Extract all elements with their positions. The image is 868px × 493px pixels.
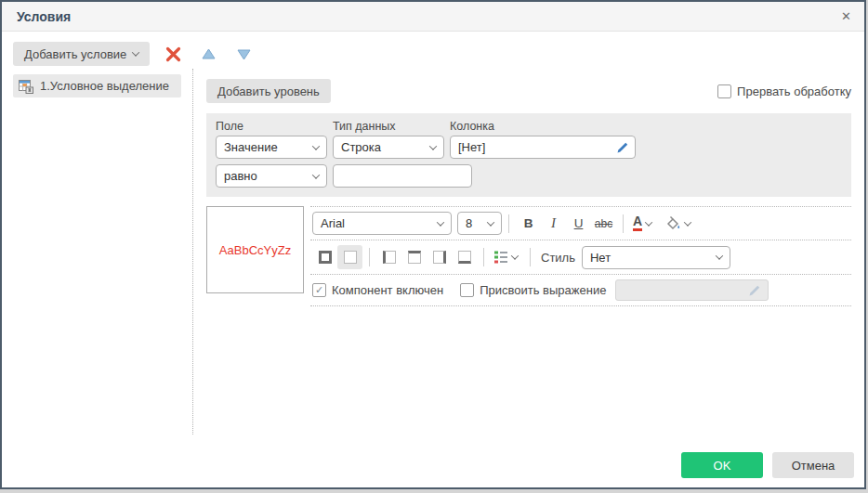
style-preview-text: AaBbCcYyZz [219, 243, 291, 257]
ok-button[interactable]: OK [681, 452, 763, 478]
font-toolbar: Arial 8 B I U abc [310, 206, 851, 240]
move-down-icon[interactable] [231, 42, 256, 66]
field-select-value: Значение [224, 140, 278, 154]
border-none-button[interactable] [337, 245, 362, 269]
title-bar: Условия ✕ [2, 2, 864, 32]
operator-select-value: равно [224, 169, 257, 183]
style-label: Стиль [541, 251, 575, 265]
border-bottom-button[interactable] [452, 245, 477, 269]
level-bar: Добавить уровень Прервать обработку [206, 78, 851, 104]
condition-form-row-2: равно [216, 164, 842, 188]
border-top-button[interactable] [401, 245, 427, 269]
condition-form: Поле Значение Тип данных Строка [206, 113, 851, 197]
font-size-select[interactable]: 8 [457, 212, 502, 235]
checkbox-unchecked-icon [717, 84, 731, 98]
separator [508, 214, 509, 233]
operator-select[interactable]: равно [216, 164, 327, 188]
style-editor: AaBbCcYyZz Arial 8 B [206, 206, 851, 306]
separator [483, 248, 484, 266]
chevron-down-icon [684, 218, 691, 226]
main-content: 1.Условное выделение Добавить уровень Пр… [2, 67, 864, 438]
chevron-down-icon [645, 218, 652, 226]
close-icon[interactable]: ✕ [841, 9, 851, 23]
add-level-label: Добавить уровень [217, 84, 320, 98]
underline-button[interactable]: U [566, 212, 591, 235]
add-condition-button[interactable]: Добавить условие [13, 42, 150, 66]
chevron-down-icon [716, 252, 723, 259]
checkbox-unchecked-icon [460, 283, 474, 297]
edit-pencil-icon[interactable] [616, 141, 629, 154]
line-style-button[interactable] [491, 250, 520, 265]
cancel-button[interactable]: Отмена [772, 452, 854, 478]
font-size-value: 8 [466, 216, 472, 230]
edit-pencil-icon [748, 284, 761, 297]
dialog-footer: OK Отмена [681, 452, 854, 478]
chevron-down-icon [132, 48, 139, 56]
condition-form-row-1: Поле Значение Тип данных Строка [216, 120, 842, 159]
column-label: Колонка [450, 120, 636, 133]
border-right-button[interactable] [427, 245, 452, 269]
chevron-down-icon [437, 218, 444, 226]
field-select[interactable]: Значение [216, 136, 327, 159]
conditions-dialog: Условия ✕ Добавить условие [0, 0, 866, 489]
chevron-down-icon [312, 142, 320, 149]
italic-button[interactable]: I [541, 212, 566, 235]
style-preview: AaBbCcYyZz [206, 206, 304, 293]
datatype-select[interactable]: Строка [333, 136, 444, 159]
separator [369, 248, 370, 266]
datatype-select-value: Строка [341, 140, 381, 154]
add-condition-label: Добавить условие [24, 47, 126, 61]
list-item[interactable]: 1.Условное выделение [13, 74, 181, 97]
conditional-highlight-icon [19, 79, 33, 94]
chevron-down-icon [511, 252, 519, 259]
break-processing-checkbox[interactable]: Прервать обработку [717, 84, 851, 98]
font-name-select[interactable]: Arial [312, 212, 452, 235]
font-name-value: Arial [321, 216, 345, 230]
chevron-down-icon [487, 218, 494, 226]
conditions-list: 1.Условное выделение [2, 67, 192, 438]
fill-color-button[interactable] [662, 215, 693, 231]
bold-button[interactable]: B [516, 212, 541, 235]
list-item-label: 1.Условное выделение [40, 79, 169, 93]
separator [530, 248, 531, 266]
component-options-row: ✓ Компонент включен Присвоить выражение [310, 274, 851, 306]
strikethrough-button[interactable]: abc [591, 212, 616, 235]
border-toolbar: Стиль Нет [310, 240, 851, 274]
level-editor: Добавить уровень Прервать обработку Поле… [193, 67, 864, 438]
fill-color-icon [664, 215, 681, 231]
component-enabled-label: Компонент включен [332, 283, 443, 297]
operand-input[interactable] [333, 164, 472, 188]
expression-input-disabled [615, 279, 769, 301]
datatype-label: Тип данных [333, 120, 444, 133]
toolbar: Добавить условие [2, 32, 864, 67]
add-level-button[interactable]: Добавить уровень [206, 79, 331, 103]
component-enabled-checkbox[interactable]: ✓ Компонент включен [312, 283, 443, 297]
dialog-title: Условия [17, 9, 71, 24]
assign-expression-label: Присвоить выражение [480, 283, 606, 297]
separator [623, 214, 624, 233]
checkbox-checked-icon: ✓ [312, 283, 326, 297]
chevron-down-icon [312, 171, 320, 178]
border-all-button[interactable] [312, 245, 337, 269]
field-label: Поле [216, 120, 327, 133]
style-select-value: Нет [590, 251, 611, 265]
column-input[interactable] [450, 136, 636, 159]
line-style-icon [493, 250, 508, 265]
move-up-icon[interactable] [196, 42, 220, 66]
assign-expression-checkbox[interactable]: Присвоить выражение [460, 283, 606, 297]
break-processing-label: Прервать обработку [737, 84, 851, 98]
font-color-button[interactable]: A [630, 215, 654, 231]
border-left-button[interactable] [376, 245, 401, 269]
font-color-icon: A [633, 215, 642, 231]
style-select[interactable]: Нет [582, 246, 730, 269]
chevron-down-icon [429, 142, 437, 149]
delete-condition-icon[interactable] [161, 42, 185, 66]
